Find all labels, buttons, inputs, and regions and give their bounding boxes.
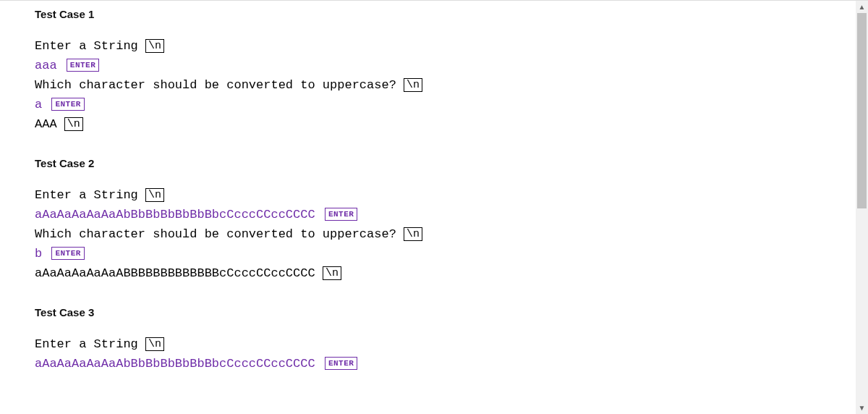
program-output: Enter a String — [35, 337, 138, 351]
user-input: b — [35, 247, 42, 261]
test-case-title: Test Case 1 — [35, 8, 856, 20]
io-line: Which character should be converted to u… — [35, 224, 856, 244]
program-output: Which character should be converted to u… — [35, 78, 396, 92]
user-input: aaa — [35, 59, 57, 72]
io-block: Enter a String \naaa ENTERWhich characte… — [35, 36, 856, 134]
enter-key: ENTER — [67, 59, 100, 72]
io-line: Enter a String \n — [35, 185, 856, 205]
newline-key: \n — [404, 78, 422, 92]
io-line: aAaAaAaAaAaAbBbBbBbBbBbBbcCcccCCccCCCC E… — [35, 354, 856, 373]
test-case-title: Test Case 3 — [35, 306, 856, 318]
newline-key: \n — [404, 227, 422, 241]
scroll-up-arrow[interactable]: ▲ — [856, 1, 868, 13]
io-block: Enter a String \naAaAaAaAaAaAbBbBbBbBbBb… — [35, 334, 856, 373]
test-case: Test Case 2Enter a String \naAaAaAaAaAaA… — [35, 157, 856, 283]
scrollbar-thumb[interactable] — [857, 13, 867, 208]
io-block: Enter a String \naAaAaAaAaAaAbBbBbBbBbBb… — [35, 185, 856, 283]
io-line: AAA \n — [35, 114, 856, 134]
io-line: Which character should be converted to u… — [35, 75, 856, 95]
newline-key: \n — [323, 266, 341, 280]
program-output: Which character should be converted to u… — [35, 227, 396, 241]
enter-key: ENTER — [325, 208, 358, 221]
program-output: AAA — [35, 117, 57, 131]
enter-key: ENTER — [51, 247, 85, 260]
program-output: Enter a String — [35, 188, 138, 202]
io-line: aaa ENTER — [35, 56, 856, 75]
program-output: aAaAaAaAaAaABBBBBBBBBBBBBcCcccCCccCCCC — [35, 266, 315, 280]
io-line: Enter a String \n — [35, 36, 856, 56]
io-line: aAaAaAaAaAaABBBBBBBBBBBBBcCcccCCccCCCC \… — [35, 263, 856, 283]
viewport: Test Case 1Enter a String \naaa ENTERWhi… — [0, 0, 868, 414]
vertical-scrollbar[interactable]: ▲ ▼ — [856, 1, 868, 414]
io-line: aAaAaAaAaAaAbBbBbBbBbBbBbcCcccCCccCCCC E… — [35, 205, 856, 224]
content-scroll[interactable]: Test Case 1Enter a String \naaa ENTERWhi… — [0, 1, 856, 414]
test-case-title: Test Case 2 — [35, 157, 856, 169]
newline-key: \n — [145, 39, 164, 53]
test-case: Test Case 3Enter a String \naAaAaAaAaAaA… — [35, 306, 856, 373]
newline-key: \n — [64, 117, 83, 131]
user-input: a — [35, 98, 42, 111]
newline-key: \n — [145, 188, 164, 202]
program-output: Enter a String — [35, 39, 138, 53]
enter-key: ENTER — [325, 357, 358, 370]
scroll-down-arrow[interactable]: ▼ — [856, 402, 868, 414]
io-line: b ENTER — [35, 244, 856, 263]
newline-key: \n — [145, 337, 164, 351]
user-input: aAaAaAaAaAaAbBbBbBbBbBbBbcCcccCCccCCCC — [35, 357, 315, 371]
user-input: aAaAaAaAaAaAbBbBbBbBbBbBbcCcccCCccCCCC — [35, 208, 315, 221]
io-line: a ENTER — [35, 95, 856, 114]
enter-key: ENTER — [51, 98, 85, 111]
test-case: Test Case 1Enter a String \naaa ENTERWhi… — [35, 8, 856, 134]
io-line: Enter a String \n — [35, 334, 856, 354]
